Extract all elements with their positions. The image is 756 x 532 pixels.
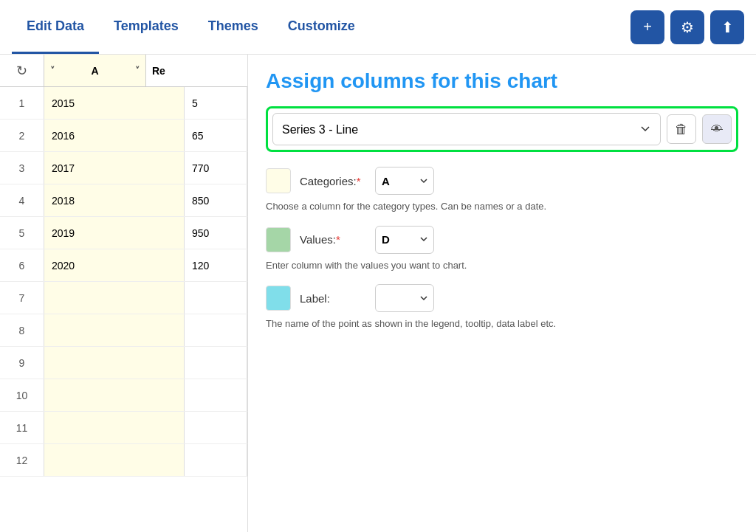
settings-button[interactable]: ⚙ xyxy=(670,10,704,44)
series-select[interactable]: Series 1 - BarSeries 2 - BarSeries 3 - L… xyxy=(272,113,661,145)
table-row: 1 2015 5 xyxy=(0,87,247,120)
categories-field-row: Categories:* –ABCDEF xyxy=(266,167,738,195)
refresh-icon[interactable]: ↻ xyxy=(16,63,27,79)
tab-customize[interactable]: Customize xyxy=(273,0,370,54)
main-layout: ↻ ˅ A ˅ Re 1 2015 5 2 2016 65 3 2017 770… xyxy=(0,55,756,532)
table-row: 5 2019 950 xyxy=(0,217,247,249)
table-row: 8 xyxy=(0,314,247,347)
categories-col-select[interactable]: –ABCDEF xyxy=(375,167,434,195)
cell-value[interactable]: 65 xyxy=(185,120,247,151)
cell-value[interactable] xyxy=(185,444,247,476)
cell-year[interactable]: 2016 xyxy=(44,120,185,151)
table-row: 3 2017 770 xyxy=(0,152,247,184)
nav-actions: + ⚙ ⬆ xyxy=(630,10,744,44)
nav-bar: Edit Data Templates Themes Customize + ⚙… xyxy=(0,0,756,55)
cell-value[interactable]: 770 xyxy=(185,152,247,184)
cell-year[interactable] xyxy=(44,379,185,411)
label-col-select[interactable] xyxy=(375,284,434,312)
cell-year[interactable]: 2019 xyxy=(44,217,185,249)
cell-value[interactable] xyxy=(185,314,247,346)
row-number: 4 xyxy=(0,184,44,216)
row-number: 2 xyxy=(0,120,44,151)
table-row: 2 2016 65 xyxy=(0,120,247,152)
values-swatch xyxy=(266,227,291,252)
categories-swatch xyxy=(266,168,291,193)
sheet-header-row: ↻ ˅ A ˅ Re xyxy=(0,55,247,87)
label-field-row: Label: xyxy=(266,284,738,312)
cell-value[interactable]: 950 xyxy=(185,217,247,249)
cell-year[interactable]: 2018 xyxy=(44,184,185,216)
cell-year[interactable] xyxy=(44,314,185,346)
refresh-cell[interactable]: ↻ xyxy=(0,55,44,86)
cell-value[interactable]: 850 xyxy=(185,184,247,216)
chevron-down-icon-a2: ˅ xyxy=(135,66,140,76)
col-b-header: Re xyxy=(146,55,247,86)
table-row: 11 xyxy=(0,412,247,444)
table-row: 12 xyxy=(0,444,247,477)
values-field-row: Values:* –ABCDEF xyxy=(266,226,738,254)
table-row: 10 xyxy=(0,379,247,412)
values-label: Values:* xyxy=(300,233,366,246)
right-panel: Assign columns for this chart Series 1 -… xyxy=(248,55,756,532)
table-row: 4 2018 850 xyxy=(0,184,247,217)
tab-edit-data[interactable]: Edit Data xyxy=(12,0,99,54)
row-number: 9 xyxy=(0,347,44,379)
cell-year[interactable] xyxy=(44,412,185,443)
categories-required: * xyxy=(357,175,361,187)
tab-templates[interactable]: Templates xyxy=(99,0,193,54)
cell-year[interactable] xyxy=(44,282,185,314)
values-required: * xyxy=(336,233,340,246)
cell-year[interactable]: 2015 xyxy=(44,87,185,119)
table-row: 6 2020 120 xyxy=(0,249,247,282)
tab-themes[interactable]: Themes xyxy=(193,0,273,54)
chevron-down-icon-a: ˅ xyxy=(50,66,55,76)
row-number: 5 xyxy=(0,217,44,249)
row-number: 11 xyxy=(0,412,44,443)
trash-icon: 🗑 xyxy=(675,122,688,137)
hide-icon: 👁 xyxy=(711,122,723,136)
cell-value[interactable] xyxy=(185,412,247,443)
row-number: 7 xyxy=(0,282,44,314)
values-description: Enter column with the values you want to… xyxy=(266,258,738,273)
cell-value[interactable]: 5 xyxy=(185,87,247,119)
series-selector-row: Series 1 - BarSeries 2 - BarSeries 3 - L… xyxy=(266,106,738,152)
col-a-label: A xyxy=(91,65,98,77)
cell-year[interactable]: 2020 xyxy=(44,249,185,281)
label-label: Label: xyxy=(300,292,366,305)
row-number: 1 xyxy=(0,87,44,119)
cell-value[interactable] xyxy=(185,347,247,379)
series-delete-button[interactable]: 🗑 xyxy=(667,114,696,144)
values-col-select[interactable]: –ABCDEF xyxy=(375,226,434,254)
add-button[interactable]: + xyxy=(630,10,664,44)
cell-year[interactable] xyxy=(44,347,185,379)
cell-value[interactable] xyxy=(185,282,247,314)
label-swatch xyxy=(266,286,291,311)
row-number: 3 xyxy=(0,152,44,184)
nav-tabs: Edit Data Templates Themes Customize xyxy=(12,0,630,54)
sheet-rows: 1 2015 5 2 2016 65 3 2017 770 4 2018 850… xyxy=(0,87,247,477)
cell-value[interactable]: 120 xyxy=(185,249,247,281)
col-b-label: Re xyxy=(152,65,165,77)
row-number: 6 xyxy=(0,249,44,281)
categories-description: Choose a column for the category types. … xyxy=(266,199,738,214)
row-number: 8 xyxy=(0,314,44,346)
label-description: The name of the point as shown in the le… xyxy=(266,317,738,331)
upload-button[interactable]: ⬆ xyxy=(710,10,744,44)
panel-title: Assign columns for this chart xyxy=(266,69,738,93)
row-number: 12 xyxy=(0,444,44,476)
cell-value[interactable] xyxy=(185,379,247,411)
table-row: 9 xyxy=(0,347,247,379)
table-row: 7 xyxy=(0,282,247,314)
col-a-header: ˅ A ˅ xyxy=(44,55,146,86)
categories-label: Categories:* xyxy=(300,175,366,187)
spreadsheet: ↻ ˅ A ˅ Re 1 2015 5 2 2016 65 3 2017 770… xyxy=(0,55,248,532)
series-hide-button[interactable]: 👁 xyxy=(702,114,732,144)
cell-year[interactable]: 2017 xyxy=(44,152,185,184)
row-number: 10 xyxy=(0,379,44,411)
cell-year[interactable] xyxy=(44,444,185,476)
